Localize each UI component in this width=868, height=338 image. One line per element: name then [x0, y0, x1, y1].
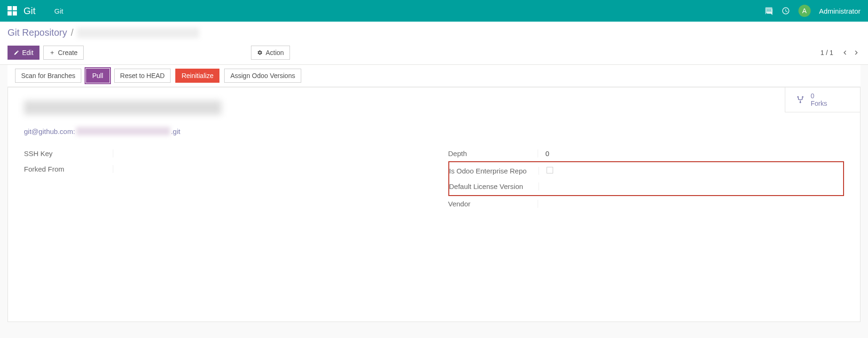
is-enterprise-checkbox[interactable]	[547, 167, 553, 173]
depth-label: Depth	[448, 149, 538, 157]
create-button[interactable]: Create	[43, 46, 84, 60]
avatar[interactable]: A	[798, 5, 811, 17]
breadcrumb-root[interactable]: Git Repository	[8, 27, 67, 38]
activity-icon[interactable]	[782, 7, 790, 15]
license-value	[539, 182, 844, 190]
highlight-annotation: Is Odoo Enterprise Repo Default License …	[448, 161, 845, 196]
breadcrumb-current	[77, 28, 199, 38]
depth-value: 0	[538, 149, 845, 157]
breadcrumb-separator: /	[71, 27, 74, 38]
status-bar: Scan for Branches Pull Reset to HEAD Rei…	[8, 65, 860, 87]
record-title	[24, 101, 221, 115]
assign-versions-button[interactable]: Assign Odoo Versions	[224, 69, 301, 83]
form-sheet: 0 Forks git@github.com: .git SSH Key For…	[8, 87, 860, 322]
ssh-key-label: SSH Key	[24, 149, 113, 157]
forked-from-value	[113, 165, 420, 173]
user-menu[interactable]: Administrator	[819, 7, 860, 15]
conversations-icon[interactable]	[765, 7, 773, 15]
plus-icon	[49, 50, 55, 55]
pager-next-icon[interactable]	[852, 48, 860, 57]
edit-button[interactable]: Edit	[8, 46, 39, 60]
git-uri[interactable]: git@github.com: .git	[24, 127, 844, 135]
apps-icon[interactable]	[8, 6, 17, 16]
avatar-initial: A	[802, 7, 806, 15]
breadcrumb: Git Repository /	[8, 27, 860, 38]
reset-head-button[interactable]: Reset to HEAD	[114, 69, 171, 83]
main-navbar: Git Git A Administrator	[0, 0, 868, 22]
uri-path	[76, 127, 170, 135]
edit-label: Edit	[22, 49, 33, 56]
forked-from-label: Forked From	[24, 165, 113, 173]
ssh-key-value	[113, 149, 420, 157]
control-panel: Git Repository / Edit Create Action 1 / …	[0, 22, 868, 65]
is-enterprise-label: Is Odoo Enterprise Repo	[449, 167, 539, 175]
pager-prev-icon[interactable]	[841, 48, 849, 57]
uri-prefix: git@github.com:	[24, 127, 75, 135]
pull-button[interactable]: Pull	[86, 69, 109, 83]
pencil-icon	[14, 50, 19, 55]
fork-icon	[796, 94, 805, 105]
action-label: Action	[266, 49, 284, 56]
app-brand[interactable]: Git	[23, 6, 36, 16]
vendor-value	[538, 200, 845, 208]
pager-text[interactable]: 1 / 1	[821, 49, 833, 56]
uri-suffix: .git	[171, 127, 180, 135]
vendor-label: Vendor	[448, 200, 538, 208]
scan-branches-button[interactable]: Scan for Branches	[15, 69, 81, 83]
create-label: Create	[58, 49, 78, 56]
forks-count: 0	[811, 92, 827, 100]
license-label: Default License Version	[449, 182, 539, 190]
action-dropdown[interactable]: Action	[251, 46, 290, 60]
reinitialize-button[interactable]: Reinitialize	[175, 69, 219, 83]
forks-label: Forks	[811, 100, 827, 107]
nav-menu-git[interactable]: Git	[55, 7, 63, 15]
gear-icon	[257, 50, 263, 55]
forks-stat-button[interactable]: 0 Forks	[785, 87, 860, 112]
